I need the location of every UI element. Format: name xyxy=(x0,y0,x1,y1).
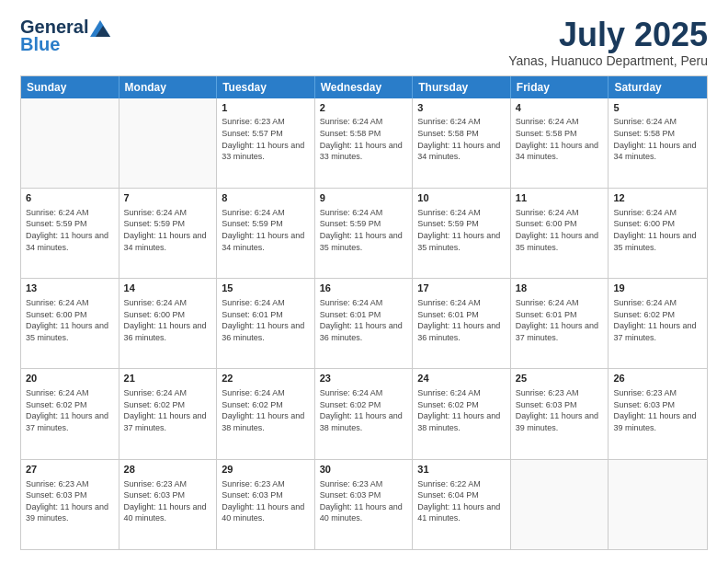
calendar-day-31: 31Sunrise: 6:22 AM Sunset: 6:04 PM Dayli… xyxy=(413,460,511,549)
calendar-day-19: 19Sunrise: 6:24 AM Sunset: 6:02 PM Dayli… xyxy=(609,279,707,368)
calendar-day-4: 4Sunrise: 6:24 AM Sunset: 5:58 PM Daylig… xyxy=(511,98,609,188)
day-number: 6 xyxy=(26,191,114,205)
calendar-header: SundayMondayTuesdayWednesdayThursdayFrid… xyxy=(21,76,707,98)
calendar-day-5: 5Sunrise: 6:24 AM Sunset: 5:58 PM Daylig… xyxy=(609,98,707,188)
day-info: Sunrise: 6:24 AM Sunset: 6:01 PM Dayligh… xyxy=(222,297,310,343)
day-info: Sunrise: 6:24 AM Sunset: 5:59 PM Dayligh… xyxy=(320,207,408,253)
day-number: 3 xyxy=(417,101,506,115)
calendar-day-20: 20Sunrise: 6:24 AM Sunset: 6:02 PM Dayli… xyxy=(21,369,119,458)
day-number: 21 xyxy=(124,372,212,385)
day-number: 23 xyxy=(320,372,408,385)
calendar-day-6: 6Sunrise: 6:24 AM Sunset: 5:59 PM Daylig… xyxy=(21,189,119,278)
day-info: Sunrise: 6:24 AM Sunset: 6:02 PM Dayligh… xyxy=(417,387,506,433)
day-number: 19 xyxy=(613,282,702,295)
day-number: 2 xyxy=(320,101,408,115)
calendar-day-empty xyxy=(609,460,707,549)
calendar-day-7: 7Sunrise: 6:24 AM Sunset: 5:59 PM Daylig… xyxy=(119,189,218,278)
calendar-day-29: 29Sunrise: 6:23 AM Sunset: 6:03 PM Dayli… xyxy=(217,460,315,549)
logo-text-blue: Blue xyxy=(20,34,60,55)
calendar-day-28: 28Sunrise: 6:23 AM Sunset: 6:03 PM Dayli… xyxy=(119,460,218,549)
day-info: Sunrise: 6:24 AM Sunset: 5:59 PM Dayligh… xyxy=(417,207,506,253)
day-number: 28 xyxy=(124,463,212,477)
calendar-day-14: 14Sunrise: 6:24 AM Sunset: 6:00 PM Dayli… xyxy=(119,279,218,368)
day-number: 5 xyxy=(613,101,702,115)
day-number: 15 xyxy=(222,282,310,295)
weekday-header-saturday: Saturday xyxy=(609,76,707,98)
title-block: July 2025 Yanas, Huanuco Department, Per… xyxy=(508,17,708,68)
calendar: SundayMondayTuesdayWednesdayThursdayFrid… xyxy=(20,75,708,550)
day-number: 29 xyxy=(222,463,310,477)
weekday-header-thursday: Thursday xyxy=(413,76,511,98)
day-info: Sunrise: 6:24 AM Sunset: 6:01 PM Dayligh… xyxy=(417,297,506,343)
calendar-day-21: 21Sunrise: 6:24 AM Sunset: 6:02 PM Dayli… xyxy=(119,369,218,458)
calendar-row-4: 20Sunrise: 6:24 AM Sunset: 6:02 PM Dayli… xyxy=(21,368,707,458)
weekday-header-friday: Friday xyxy=(511,76,609,98)
day-info: Sunrise: 6:23 AM Sunset: 6:03 PM Dayligh… xyxy=(613,387,702,433)
day-info: Sunrise: 6:24 AM Sunset: 6:02 PM Dayligh… xyxy=(320,387,408,433)
calendar-day-3: 3Sunrise: 6:24 AM Sunset: 5:58 PM Daylig… xyxy=(413,98,511,188)
day-number: 11 xyxy=(516,191,604,205)
day-number: 8 xyxy=(222,191,310,205)
day-info: Sunrise: 6:24 AM Sunset: 6:02 PM Dayligh… xyxy=(222,387,310,433)
calendar-day-11: 11Sunrise: 6:24 AM Sunset: 6:00 PM Dayli… xyxy=(511,189,609,278)
day-number: 30 xyxy=(320,463,408,477)
day-info: Sunrise: 6:24 AM Sunset: 6:00 PM Dayligh… xyxy=(124,297,212,343)
day-number: 22 xyxy=(222,372,310,385)
day-info: Sunrise: 6:23 AM Sunset: 5:57 PM Dayligh… xyxy=(222,116,310,162)
day-number: 27 xyxy=(26,463,114,477)
day-number: 24 xyxy=(417,372,506,385)
calendar-day-2: 2Sunrise: 6:24 AM Sunset: 5:58 PM Daylig… xyxy=(315,98,414,188)
day-info: Sunrise: 6:22 AM Sunset: 6:04 PM Dayligh… xyxy=(417,478,506,524)
calendar-day-empty xyxy=(119,98,218,188)
day-info: Sunrise: 6:23 AM Sunset: 6:03 PM Dayligh… xyxy=(320,478,408,524)
day-number: 25 xyxy=(516,372,604,385)
day-info: Sunrise: 6:24 AM Sunset: 6:01 PM Dayligh… xyxy=(320,297,408,343)
calendar-row-1: 1Sunrise: 6:23 AM Sunset: 5:57 PM Daylig… xyxy=(21,98,707,188)
day-number: 9 xyxy=(320,191,408,205)
calendar-body: 1Sunrise: 6:23 AM Sunset: 5:57 PM Daylig… xyxy=(21,98,707,549)
day-number: 18 xyxy=(516,282,604,295)
day-info: Sunrise: 6:24 AM Sunset: 6:02 PM Dayligh… xyxy=(124,387,212,433)
calendar-day-27: 27Sunrise: 6:23 AM Sunset: 6:03 PM Dayli… xyxy=(21,460,119,549)
weekday-header-tuesday: Tuesday xyxy=(217,76,315,98)
calendar-day-15: 15Sunrise: 6:24 AM Sunset: 6:01 PM Dayli… xyxy=(217,279,315,368)
calendar-day-12: 12Sunrise: 6:24 AM Sunset: 6:00 PM Dayli… xyxy=(609,189,707,278)
calendar-row-2: 6Sunrise: 6:24 AM Sunset: 5:59 PM Daylig… xyxy=(21,188,707,278)
day-number: 12 xyxy=(613,191,702,205)
calendar-day-1: 1Sunrise: 6:23 AM Sunset: 5:57 PM Daylig… xyxy=(217,98,315,188)
calendar-day-empty xyxy=(21,98,119,188)
day-info: Sunrise: 6:23 AM Sunset: 6:03 PM Dayligh… xyxy=(222,478,310,524)
day-number: 20 xyxy=(26,372,114,385)
day-number: 7 xyxy=(124,191,212,205)
page-title: July 2025 xyxy=(508,17,708,53)
weekday-header-wednesday: Wednesday xyxy=(315,76,414,98)
calendar-row-5: 27Sunrise: 6:23 AM Sunset: 6:03 PM Dayli… xyxy=(21,459,707,549)
day-number: 4 xyxy=(516,101,604,115)
day-info: Sunrise: 6:24 AM Sunset: 6:02 PM Dayligh… xyxy=(26,387,114,433)
header: General Blue July 2025 Yanas, Huanuco De… xyxy=(20,17,708,68)
calendar-day-13: 13Sunrise: 6:24 AM Sunset: 6:00 PM Dayli… xyxy=(21,279,119,368)
weekday-header-monday: Monday xyxy=(119,76,218,98)
day-info: Sunrise: 6:24 AM Sunset: 6:02 PM Dayligh… xyxy=(613,297,702,343)
day-number: 14 xyxy=(124,282,212,295)
day-number: 17 xyxy=(417,282,506,295)
calendar-day-23: 23Sunrise: 6:24 AM Sunset: 6:02 PM Dayli… xyxy=(315,369,414,458)
calendar-day-22: 22Sunrise: 6:24 AM Sunset: 6:02 PM Dayli… xyxy=(217,369,315,458)
logo-icon xyxy=(90,20,110,37)
day-info: Sunrise: 6:24 AM Sunset: 5:58 PM Dayligh… xyxy=(320,116,408,162)
calendar-day-30: 30Sunrise: 6:23 AM Sunset: 6:03 PM Dayli… xyxy=(315,460,414,549)
calendar-day-8: 8Sunrise: 6:24 AM Sunset: 5:59 PM Daylig… xyxy=(217,189,315,278)
weekday-header-sunday: Sunday xyxy=(21,76,119,98)
day-info: Sunrise: 6:24 AM Sunset: 6:01 PM Dayligh… xyxy=(516,297,604,343)
calendar-day-17: 17Sunrise: 6:24 AM Sunset: 6:01 PM Dayli… xyxy=(413,279,511,368)
day-number: 31 xyxy=(417,463,506,477)
day-number: 26 xyxy=(613,372,702,385)
calendar-day-25: 25Sunrise: 6:23 AM Sunset: 6:03 PM Dayli… xyxy=(511,369,609,458)
day-info: Sunrise: 6:24 AM Sunset: 5:59 PM Dayligh… xyxy=(124,207,212,253)
logo: General Blue xyxy=(20,17,110,55)
calendar-day-24: 24Sunrise: 6:24 AM Sunset: 6:02 PM Dayli… xyxy=(413,369,511,458)
day-info: Sunrise: 6:23 AM Sunset: 6:03 PM Dayligh… xyxy=(124,478,212,524)
day-info: Sunrise: 6:24 AM Sunset: 6:00 PM Dayligh… xyxy=(613,207,702,253)
calendar-row-3: 13Sunrise: 6:24 AM Sunset: 6:00 PM Dayli… xyxy=(21,278,707,368)
day-number: 10 xyxy=(417,191,506,205)
